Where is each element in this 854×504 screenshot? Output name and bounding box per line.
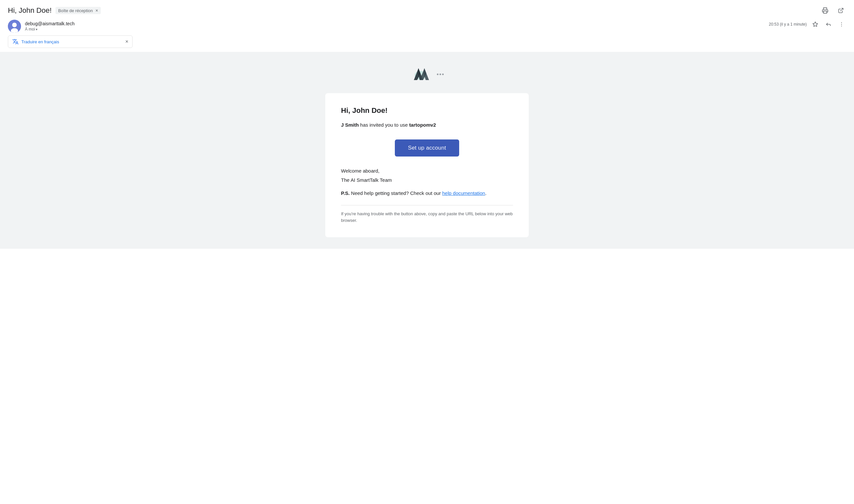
star-icon: [812, 21, 818, 27]
divider: [341, 205, 513, 205]
avatar: [8, 20, 21, 33]
invite-product: tartopomv2: [409, 122, 436, 128]
header-actions: [820, 5, 846, 16]
welcome-line1: Welcome aboard,: [341, 167, 513, 175]
email-invite-text: J Smith has invited you to use tartopomv…: [341, 121, 513, 129]
sender-left: debug@aismarttalk.tech À moi ▾: [8, 20, 74, 33]
footer-text: If you're having trouble with the button…: [341, 211, 513, 224]
svg-point-3: [12, 23, 17, 27]
translate-link[interactable]: Traduire en français: [21, 39, 59, 44]
dot-3: [442, 73, 444, 75]
reply-icon: [825, 21, 831, 27]
inbox-badge-close[interactable]: ×: [95, 8, 98, 13]
timestamp: 20:53 (il y a 1 minute): [769, 22, 807, 26]
external-link-icon: [838, 7, 844, 14]
dot-2: [440, 73, 441, 75]
email-title-row: Hi, John Doe! Boîte de réception ×: [8, 6, 101, 15]
ps-prefix: P.S.: [341, 190, 350, 196]
email-logo-section: [0, 52, 854, 93]
inbox-badge-label: Boîte de réception: [58, 8, 93, 13]
email-subject: Hi, John Doe!: [8, 6, 52, 15]
sender-row: debug@aismarttalk.tech À moi ▾ 20:53 (il…: [0, 16, 854, 35]
ps-text: Need help getting started? Check out our: [350, 190, 442, 196]
print-icon: [822, 7, 829, 14]
svg-line-1: [840, 8, 843, 11]
translate-icon: [12, 38, 19, 45]
sender-info: debug@aismarttalk.tech À moi ▾: [25, 21, 74, 32]
svg-point-8: [841, 25, 842, 26]
star-button[interactable]: [811, 20, 820, 29]
reply-button[interactable]: [824, 20, 833, 29]
invite-sender: J Smith: [341, 122, 359, 128]
ps-suffix: .: [485, 190, 486, 196]
svg-point-7: [841, 24, 842, 24]
open-external-button[interactable]: [836, 5, 846, 16]
dot-1: [437, 73, 439, 75]
aismarttalk-logo: [411, 65, 433, 83]
more-options-button[interactable]: [837, 20, 846, 29]
setup-account-button[interactable]: Set up account: [395, 140, 459, 157]
chevron-down-icon: ▾: [36, 28, 37, 31]
welcome-line2: The AI SmartTalk Team: [341, 176, 513, 184]
ps-section: P.S. Need help getting started? Check ou…: [341, 189, 513, 197]
svg-rect-0: [823, 11, 827, 14]
sender-right: 20:53 (il y a 1 minute): [769, 20, 846, 29]
sender-email: debug@aismarttalk.tech: [25, 21, 74, 26]
logo-dots: [437, 73, 444, 75]
translate-banner-left: Traduire en français: [12, 38, 59, 45]
translate-banner: Traduire en français ×: [8, 35, 132, 48]
print-button[interactable]: [820, 5, 830, 16]
email-content-card: Hi, John Doe! J Smith has invited you to…: [325, 93, 529, 237]
email-body-wrapper: Hi, John Doe! J Smith has invited you to…: [0, 52, 854, 249]
avatar-svg: [8, 20, 21, 33]
invite-middle: has invited you to use: [359, 122, 409, 128]
svg-point-6: [841, 22, 842, 23]
email-header: Hi, John Doe! Boîte de réception ×: [0, 0, 854, 16]
more-vertical-icon: [839, 21, 844, 27]
help-documentation-link[interactable]: help documentation: [442, 190, 485, 196]
email-greeting: Hi, John Doe!: [341, 106, 513, 115]
sender-to[interactable]: À moi ▾: [25, 27, 74, 32]
setup-btn-wrapper: Set up account: [341, 140, 513, 157]
svg-marker-5: [813, 22, 818, 26]
translate-close-button[interactable]: ×: [125, 39, 128, 44]
inbox-badge: Boîte de réception ×: [55, 7, 101, 14]
logo-container: [411, 65, 444, 83]
